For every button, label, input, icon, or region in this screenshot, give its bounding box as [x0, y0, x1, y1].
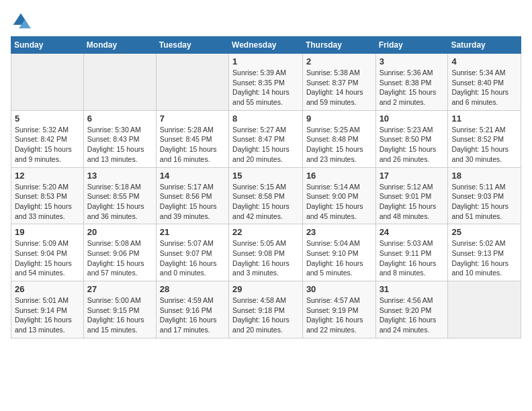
calendar-cell: 25Sunrise: 5:02 AM Sunset: 9:13 PM Dayli…: [448, 224, 521, 281]
day-number: 28: [160, 284, 225, 294]
logo-icon: [11, 11, 31, 31]
day-number: 16: [306, 171, 372, 181]
logo: [11, 11, 34, 31]
calendar-cell: 30Sunrise: 4:57 AM Sunset: 9:19 PM Dayli…: [302, 281, 375, 338]
day-number: 5: [15, 113, 80, 124]
day-number: 17: [380, 171, 445, 181]
calendar-cell: 10Sunrise: 5:23 AM Sunset: 8:50 PM Dayli…: [375, 110, 448, 167]
calendar-cell: 22Sunrise: 5:05 AM Sunset: 9:08 PM Dayli…: [229, 224, 303, 281]
calendar-cell: 1Sunrise: 5:39 AM Sunset: 8:35 PM Daylig…: [229, 54, 303, 111]
day-info: Sunrise: 5:04 AM Sunset: 9:10 PM Dayligh…: [306, 238, 372, 278]
calendar-cell: 8Sunrise: 5:27 AM Sunset: 8:47 PM Daylig…: [229, 110, 303, 167]
day-info: Sunrise: 5:15 AM Sunset: 8:58 PM Dayligh…: [232, 182, 299, 222]
col-saturday: Saturday: [448, 37, 521, 54]
calendar-body: 1Sunrise: 5:39 AM Sunset: 8:35 PM Daylig…: [11, 54, 521, 338]
day-number: 24: [380, 227, 445, 237]
day-number: 30: [306, 284, 372, 294]
day-number: 27: [87, 284, 152, 294]
calendar-cell: 26Sunrise: 5:01 AM Sunset: 9:14 PM Dayli…: [11, 281, 84, 338]
calendar-cell: [83, 54, 156, 111]
day-info: Sunrise: 5:01 AM Sunset: 9:14 PM Dayligh…: [15, 295, 80, 335]
day-info: Sunrise: 5:23 AM Sunset: 8:50 PM Dayligh…: [380, 125, 445, 165]
calendar-cell: 23Sunrise: 5:04 AM Sunset: 9:10 PM Dayli…: [302, 224, 375, 281]
calendar-week-4: 19Sunrise: 5:09 AM Sunset: 9:04 PM Dayli…: [11, 224, 521, 281]
calendar-cell: 12Sunrise: 5:20 AM Sunset: 8:53 PM Dayli…: [11, 167, 84, 224]
day-number: 15: [232, 171, 299, 181]
calendar-header: Sunday Monday Tuesday Wednesday Thursday…: [11, 37, 521, 54]
calendar-cell: 3Sunrise: 5:36 AM Sunset: 8:38 PM Daylig…: [375, 54, 448, 111]
day-number: 10: [380, 113, 445, 124]
calendar-cell: 24Sunrise: 5:03 AM Sunset: 9:11 PM Dayli…: [375, 224, 448, 281]
calendar-cell: 16Sunrise: 5:14 AM Sunset: 9:00 PM Dayli…: [302, 167, 375, 224]
day-info: Sunrise: 5:38 AM Sunset: 8:37 PM Dayligh…: [306, 68, 372, 107]
calendar-cell: 21Sunrise: 5:07 AM Sunset: 9:07 PM Dayli…: [156, 224, 228, 281]
calendar-week-3: 12Sunrise: 5:20 AM Sunset: 8:53 PM Dayli…: [11, 167, 521, 224]
calendar-cell: 20Sunrise: 5:08 AM Sunset: 9:06 PM Dayli…: [83, 224, 156, 281]
day-info: Sunrise: 5:00 AM Sunset: 9:15 PM Dayligh…: [87, 295, 152, 335]
header-row: Sunday Monday Tuesday Wednesday Thursday…: [11, 37, 521, 54]
calendar-cell: 27Sunrise: 5:00 AM Sunset: 9:15 PM Dayli…: [83, 281, 156, 338]
calendar-cell: 19Sunrise: 5:09 AM Sunset: 9:04 PM Dayli…: [11, 224, 84, 281]
calendar-cell: 7Sunrise: 5:28 AM Sunset: 8:45 PM Daylig…: [156, 110, 228, 167]
day-number: 7: [160, 113, 225, 124]
calendar-cell: 9Sunrise: 5:25 AM Sunset: 8:48 PM Daylig…: [302, 110, 375, 167]
day-number: 12: [15, 171, 80, 181]
day-number: 4: [451, 56, 517, 66]
day-number: 31: [380, 284, 445, 294]
day-info: Sunrise: 5:39 AM Sunset: 8:35 PM Dayligh…: [232, 68, 299, 107]
day-number: 6: [87, 113, 152, 124]
day-info: Sunrise: 5:08 AM Sunset: 9:06 PM Dayligh…: [87, 238, 152, 278]
calendar-cell: 29Sunrise: 4:58 AM Sunset: 9:18 PM Dayli…: [229, 281, 303, 338]
calendar-cell: 13Sunrise: 5:18 AM Sunset: 8:55 PM Dayli…: [83, 167, 156, 224]
calendar-cell: 31Sunrise: 4:56 AM Sunset: 9:20 PM Dayli…: [375, 281, 448, 338]
day-info: Sunrise: 5:07 AM Sunset: 9:07 PM Dayligh…: [160, 238, 225, 278]
day-number: 29: [232, 284, 299, 294]
day-number: 20: [87, 227, 152, 237]
day-info: Sunrise: 5:32 AM Sunset: 8:42 PM Dayligh…: [15, 125, 80, 165]
day-number: 25: [451, 227, 517, 237]
day-info: Sunrise: 5:21 AM Sunset: 8:52 PM Dayligh…: [451, 125, 517, 165]
day-info: Sunrise: 4:56 AM Sunset: 9:20 PM Dayligh…: [380, 295, 445, 335]
calendar-cell: 4Sunrise: 5:34 AM Sunset: 8:40 PM Daylig…: [448, 54, 521, 111]
day-info: Sunrise: 5:05 AM Sunset: 9:08 PM Dayligh…: [232, 238, 299, 278]
day-info: Sunrise: 5:17 AM Sunset: 8:56 PM Dayligh…: [160, 182, 225, 222]
day-info: Sunrise: 5:30 AM Sunset: 8:43 PM Dayligh…: [87, 125, 152, 165]
col-tuesday: Tuesday: [156, 37, 228, 54]
calendar-cell: 15Sunrise: 5:15 AM Sunset: 8:58 PM Dayli…: [229, 167, 303, 224]
day-info: Sunrise: 5:11 AM Sunset: 9:03 PM Dayligh…: [451, 182, 517, 222]
day-info: Sunrise: 5:25 AM Sunset: 8:48 PM Dayligh…: [306, 125, 372, 165]
day-number: 19: [15, 227, 80, 237]
day-info: Sunrise: 5:14 AM Sunset: 9:00 PM Dayligh…: [306, 182, 372, 222]
calendar-cell: 28Sunrise: 4:59 AM Sunset: 9:16 PM Dayli…: [156, 281, 228, 338]
calendar-cell: 5Sunrise: 5:32 AM Sunset: 8:42 PM Daylig…: [11, 110, 84, 167]
day-number: 8: [232, 113, 299, 124]
day-info: Sunrise: 5:36 AM Sunset: 8:38 PM Dayligh…: [380, 68, 445, 107]
day-info: Sunrise: 5:27 AM Sunset: 8:47 PM Dayligh…: [232, 125, 299, 165]
day-info: Sunrise: 5:09 AM Sunset: 9:04 PM Dayligh…: [15, 238, 80, 278]
col-sunday: Sunday: [11, 37, 84, 54]
calendar-table: Sunday Monday Tuesday Wednesday Thursday…: [11, 36, 521, 338]
day-number: 2: [306, 56, 372, 66]
col-monday: Monday: [83, 37, 156, 54]
day-number: 9: [306, 113, 372, 124]
day-number: 22: [232, 227, 299, 237]
day-info: Sunrise: 4:57 AM Sunset: 9:19 PM Dayligh…: [306, 295, 372, 335]
day-number: 3: [380, 56, 445, 66]
day-info: Sunrise: 5:28 AM Sunset: 8:45 PM Dayligh…: [160, 125, 225, 165]
day-number: 1: [232, 56, 299, 66]
day-info: Sunrise: 5:02 AM Sunset: 9:13 PM Dayligh…: [451, 238, 517, 278]
day-info: Sunrise: 5:18 AM Sunset: 8:55 PM Dayligh…: [87, 182, 152, 222]
calendar-cell: 11Sunrise: 5:21 AM Sunset: 8:52 PM Dayli…: [448, 110, 521, 167]
day-info: Sunrise: 5:03 AM Sunset: 9:11 PM Dayligh…: [380, 238, 445, 278]
page-header: [11, 11, 521, 31]
day-info: Sunrise: 5:12 AM Sunset: 9:01 PM Dayligh…: [380, 182, 445, 222]
calendar-cell: 18Sunrise: 5:11 AM Sunset: 9:03 PM Dayli…: [448, 167, 521, 224]
day-number: 14: [160, 171, 225, 181]
calendar-cell: [156, 54, 228, 111]
day-number: 26: [15, 284, 80, 294]
day-info: Sunrise: 4:58 AM Sunset: 9:18 PM Dayligh…: [232, 295, 299, 335]
calendar-cell: [11, 54, 84, 111]
day-number: 18: [451, 171, 517, 181]
day-info: Sunrise: 4:59 AM Sunset: 9:16 PM Dayligh…: [160, 295, 225, 335]
day-info: Sunrise: 5:20 AM Sunset: 8:53 PM Dayligh…: [15, 182, 80, 222]
